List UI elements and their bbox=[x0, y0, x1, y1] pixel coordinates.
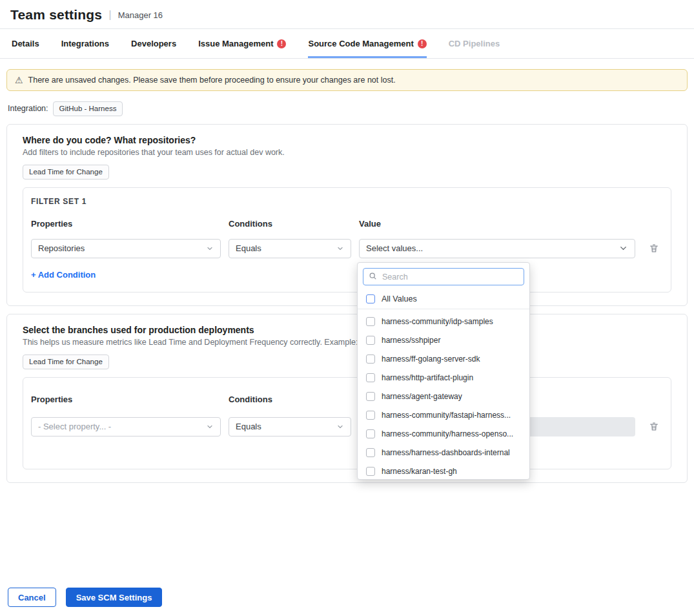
banner-text: There are unsaved changes. Please save t… bbox=[28, 76, 396, 85]
property-select-placeholder: - Select property... - bbox=[38, 422, 111, 431]
checkbox[interactable] bbox=[366, 294, 375, 303]
chevron-down-icon bbox=[206, 245, 214, 252]
branches-card-title: Select the branches used for production … bbox=[23, 325, 671, 335]
repo-option[interactable]: harness/harness-dashboards-internal bbox=[358, 443, 529, 462]
property-select[interactable]: - Select property... - bbox=[31, 417, 221, 436]
property-select-value: Repositories bbox=[38, 243, 85, 253]
properties-column-label: Properties bbox=[31, 395, 221, 404]
repositories-card: Where do you code? What repositories? Ad… bbox=[6, 124, 688, 306]
value-multiselect[interactable]: Select values... bbox=[359, 239, 635, 258]
repo-option[interactable]: harness-community/idp-samples bbox=[358, 312, 529, 331]
option-label: harness/harness-dashboards-internal bbox=[382, 448, 510, 457]
option-label: harness-community/fastapi-harness... bbox=[382, 411, 511, 420]
repo-option[interactable]: harness/http-artifact-plugin bbox=[358, 368, 529, 387]
tab-bar: Details Integrations Developers Issue Ma… bbox=[0, 29, 694, 59]
tab-label: CD Pipelines bbox=[449, 39, 500, 48]
option-label: harness-community/harness-openso... bbox=[382, 429, 513, 438]
tab-source-code-management[interactable]: Source Code Management ! bbox=[308, 29, 426, 58]
filter-set-title: FILTER SET 1 bbox=[31, 197, 663, 206]
option-label: harness/http-artifact-plugin bbox=[382, 373, 473, 382]
chevron-down-icon bbox=[336, 423, 344, 431]
chevron-down-icon bbox=[206, 423, 214, 431]
repo-option[interactable]: harness/karan-test-gh bbox=[358, 462, 529, 480]
warning-badge-icon: ! bbox=[418, 39, 427, 48]
conditions-column-label: Conditions bbox=[229, 219, 351, 229]
property-select[interactable]: Repositories bbox=[31, 239, 221, 258]
value-column-label: Value bbox=[359, 219, 635, 229]
tab-issue-management[interactable]: Issue Management ! bbox=[198, 29, 286, 58]
conditions-column-label: Conditions bbox=[229, 395, 351, 404]
repo-option[interactable]: harness/agent-gateway bbox=[358, 387, 529, 406]
checkbox[interactable] bbox=[366, 354, 375, 364]
tab-details[interactable]: Details bbox=[12, 29, 39, 58]
footer-actions: Cancel Save SCM Settings bbox=[8, 588, 162, 607]
tab-label: Details bbox=[12, 39, 39, 48]
save-scm-settings-button[interactable]: Save SCM Settings bbox=[66, 588, 163, 607]
warning-badge-icon: ! bbox=[277, 39, 286, 48]
all-values-option[interactable]: All Values bbox=[358, 289, 529, 309]
condition-select[interactable]: Equals bbox=[229, 239, 351, 258]
checkbox[interactable] bbox=[366, 336, 375, 345]
filter-row: Repositories Equals Select values... bbox=[31, 239, 663, 258]
tab-developers[interactable]: Developers bbox=[131, 29, 176, 58]
repo-option[interactable]: harness-community/harness-openso... bbox=[358, 424, 529, 443]
option-label: All Values bbox=[382, 294, 417, 303]
warning-triangle-icon: ⚠ bbox=[15, 76, 23, 85]
checkbox[interactable] bbox=[366, 467, 375, 476]
repo-option[interactable]: harness/sshpiper bbox=[358, 331, 529, 349]
page-subtitle: Manager 16 bbox=[118, 10, 163, 20]
tab-cd-pipelines: CD Pipelines bbox=[449, 29, 500, 58]
lead-time-for-change-chip[interactable]: Lead Time for Change bbox=[23, 354, 109, 369]
repositories-card-subtitle: Add filters to include repositories that… bbox=[23, 148, 671, 157]
delete-filter-trash-icon[interactable] bbox=[649, 421, 659, 432]
branch-filter-panel: Properties Conditions Value - Select pro… bbox=[23, 377, 671, 469]
checkbox[interactable] bbox=[366, 448, 375, 457]
search-icon bbox=[369, 271, 377, 283]
title-separator: | bbox=[108, 8, 111, 21]
repo-option[interactable]: harness/ff-golang-server-sdk bbox=[358, 349, 529, 368]
condition-select-value: Equals bbox=[236, 422, 261, 431]
tab-label: Source Code Management bbox=[308, 39, 413, 48]
lead-time-for-change-chip[interactable]: Lead Time for Change bbox=[23, 165, 109, 180]
filter-row: - Select property... - Equals bbox=[31, 417, 663, 436]
tab-label: Integrations bbox=[61, 39, 109, 48]
chevron-down-icon bbox=[336, 245, 344, 252]
option-label: harness/ff-golang-server-sdk bbox=[382, 354, 480, 364]
branches-card: Select the branches used for production … bbox=[6, 314, 688, 483]
filter-column-labels: Properties Conditions Value bbox=[31, 219, 663, 229]
add-condition-button[interactable]: + Add Condition bbox=[31, 270, 96, 280]
repo-option[interactable]: harness-community/fastapi-harness... bbox=[358, 406, 529, 424]
option-label: harness/agent-gateway bbox=[382, 392, 462, 401]
tab-label: Issue Management bbox=[198, 39, 273, 48]
condition-select[interactable]: Equals bbox=[229, 417, 351, 436]
repositories-card-title: Where do you code? What repositories? bbox=[23, 135, 671, 145]
chevron-down-icon bbox=[618, 243, 628, 253]
branches-card-subtitle: This helps us measure metrics like Lead … bbox=[23, 338, 671, 347]
dropdown-search-input[interactable] bbox=[381, 272, 518, 282]
page-header: Team settings | Manager 16 bbox=[0, 0, 694, 29]
cancel-button[interactable]: Cancel bbox=[8, 588, 56, 607]
checkbox[interactable] bbox=[366, 317, 375, 326]
unsaved-changes-banner: ⚠ There are unsaved changes. Please save… bbox=[6, 69, 688, 91]
dropdown-search-box bbox=[363, 268, 524, 285]
delete-filter-trash-icon[interactable] bbox=[649, 243, 659, 254]
value-dropdown-popup: All Values harness-community/idp-samples… bbox=[357, 262, 530, 480]
condition-select-value: Equals bbox=[236, 243, 261, 253]
checkbox[interactable] bbox=[366, 392, 375, 401]
option-label: harness-community/idp-samples bbox=[382, 317, 493, 326]
checkbox[interactable] bbox=[366, 429, 375, 438]
checkbox[interactable] bbox=[366, 411, 375, 420]
option-label: harness/sshpiper bbox=[382, 336, 440, 345]
tab-integrations[interactable]: Integrations bbox=[61, 29, 109, 58]
option-label: harness/karan-test-gh bbox=[382, 467, 457, 476]
team-settings-page: Team settings | Manager 16 Details Integ… bbox=[0, 0, 694, 616]
integration-label: Integration: bbox=[8, 104, 48, 113]
integration-chip[interactable]: GitHub - Harness bbox=[53, 101, 123, 116]
filter-set-1-panel: FILTER SET 1 Properties Conditions Value… bbox=[23, 187, 671, 293]
integration-row: Integration: GitHub - Harness bbox=[8, 101, 686, 116]
page-title: Team settings bbox=[10, 7, 102, 23]
value-select-placeholder: Select values... bbox=[366, 243, 423, 253]
tab-label: Developers bbox=[131, 39, 176, 48]
checkbox[interactable] bbox=[366, 373, 375, 382]
properties-column-label: Properties bbox=[31, 219, 221, 229]
